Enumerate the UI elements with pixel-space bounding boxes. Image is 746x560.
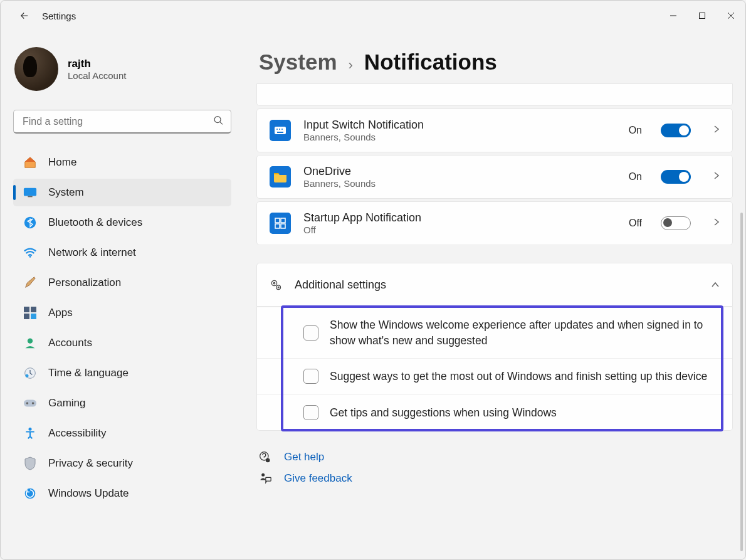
nav-bluetooth[interactable]: Bluetooth & devices [13,209,231,236]
svg-point-7 [29,256,31,258]
footer-links: ? Get help Give feedback [259,451,733,485]
chevron-up-icon [711,279,720,290]
additional-settings-list: Show the Windows welcome experience afte… [256,307,733,431]
svg-rect-4 [24,188,36,196]
checkbox-row-welcome[interactable]: Show the Windows welcome experience afte… [257,307,732,358]
svg-point-12 [28,339,33,344]
app-notification-row-onedrive[interactable]: OneDrive Banners, Sounds On [256,155,733,199]
svg-point-31 [276,285,281,290]
additional-settings-header[interactable]: Additional settings [256,263,733,307]
gear-icon [270,278,282,291]
checkbox[interactable] [303,369,318,384]
app-notification-row-startup[interactable]: Startup App Notification Off Off [256,201,733,245]
sidebar: rajth Local Account Home System Bluetoot… [1,31,244,560]
app-notification-row[interactable]: Banners, Sounds [256,83,733,106]
nav-update[interactable]: Windows Update [13,480,231,507]
window-titlebar: Settings [1,1,745,31]
svg-rect-37 [266,477,271,481]
svg-line-3 [220,122,223,124]
nav-accessibility[interactable]: Accessibility [13,420,231,447]
svg-rect-8 [24,307,29,312]
section-title: Additional settings [295,278,688,292]
breadcrumb-current: Notifications [364,50,497,75]
svg-rect-24 [277,132,283,133]
user-subtitle: Local Account [68,70,126,81]
update-icon [23,487,37,500]
svg-rect-11 [31,314,36,319]
nav-time[interactable]: Time & language [13,359,231,387]
chevron-right-icon [713,218,720,229]
row-title: Startup App Notification [303,211,616,225]
give-feedback-link[interactable]: Give feedback [259,472,733,485]
avatar [14,47,58,91]
toggle-switch[interactable] [661,170,691,184]
nav-apps[interactable]: Apps [13,299,231,327]
svg-rect-15 [24,400,36,407]
clock-icon [23,366,37,380]
nav-label: Time & language [48,367,129,379]
checkbox[interactable] [303,405,318,420]
help-icon: ? [259,451,271,463]
nav-privacy[interactable]: Privacy & security [13,450,231,477]
nav-label: Home [48,156,76,169]
nav-label: Privacy & security [48,457,133,470]
gamepad-icon [23,396,37,410]
nav-system[interactable]: System [13,179,231,206]
svg-rect-28 [281,224,285,228]
checkbox-label: Show the Windows welcome experience afte… [330,317,717,348]
grid-icon [270,213,291,234]
app-notification-row-input-switch[interactable]: Input Switch Notification Banners, Sound… [256,108,733,152]
chevron-right-icon [713,125,720,136]
nav-gaming[interactable]: Gaming [13,389,231,417]
get-help-link[interactable]: ? Get help [259,451,733,463]
svg-rect-26 [281,218,285,223]
close-button[interactable] [717,6,745,26]
nav-accounts[interactable]: Accounts [13,329,231,357]
toggle-switch[interactable] [661,216,691,230]
search-input[interactable] [13,110,231,134]
toggle-state: On [629,171,642,182]
user-block[interactable]: rajth Local Account [14,47,231,91]
checkbox-row-suggest[interactable]: Suggest ways to get the most out of Wind… [257,358,732,394]
svg-rect-1 [700,13,705,19]
wifi-icon [23,246,37,260]
toggle-switch[interactable] [661,124,691,137]
row-subtitle: Banners, Sounds [303,178,616,189]
chevron-right-icon: › [349,57,353,73]
svg-rect-27 [275,224,280,228]
nav-label: Bluetooth & devices [48,216,142,229]
checkbox[interactable] [303,325,318,341]
toggle-state: Off [629,218,642,229]
nav-label: Apps [48,307,73,319]
nav-network[interactable]: Network & internet [13,239,231,267]
svg-rect-5 [28,196,32,198]
minimize-button[interactable] [659,6,688,26]
row-title: Input Switch Notification [303,119,616,132]
scrollbar[interactable] [740,213,743,551]
nav-label: Gaming [48,397,86,409]
brush-icon [23,276,37,290]
checkbox-label: Suggest ways to get the most out of Wind… [330,369,707,384]
svg-point-21 [276,129,278,130]
nav-label: Personalization [48,277,121,289]
nav-personalization[interactable]: Personalization [13,269,231,297]
row-subtitle: Banners, Sounds [303,132,616,142]
nav-label: Network & internet [48,246,136,259]
system-icon [23,186,37,199]
nav-label: Accessibility [48,427,107,440]
person-icon [23,336,37,350]
svg-rect-20 [275,127,286,134]
maximize-button[interactable] [688,6,717,26]
checkbox-row-tips[interactable]: Get tips and suggestions when using Wind… [257,394,732,431]
svg-point-16 [26,402,29,404]
link-text: Give feedback [284,472,352,485]
search-icon [213,115,224,129]
nav-home[interactable]: Home [13,149,231,176]
row-subtitle: Off [303,225,616,235]
back-button[interactable] [12,3,37,28]
app-title: Settings [42,11,76,21]
svg-rect-25 [275,218,280,223]
home-icon [23,156,37,169]
breadcrumb-parent[interactable]: System [259,50,337,75]
svg-text:?: ? [267,458,269,462]
